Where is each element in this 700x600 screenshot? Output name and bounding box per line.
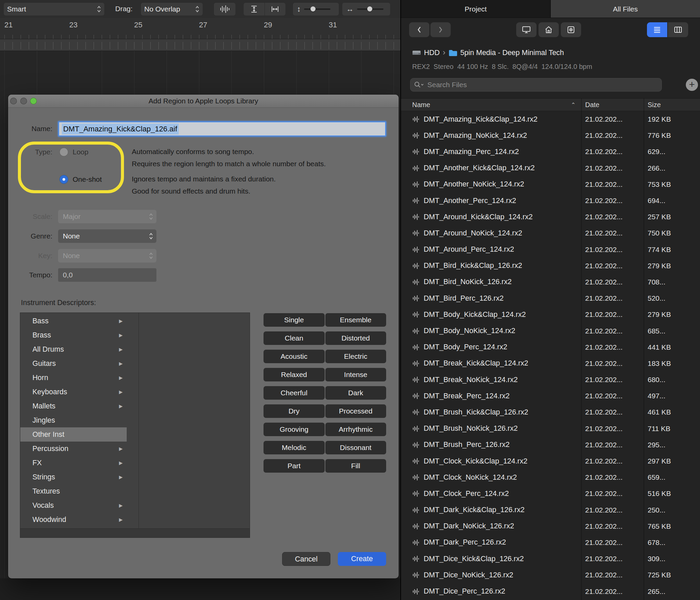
file-row[interactable]: DMT_Dice_Kick&Clap_126.rx221.02.202...30… [401, 551, 700, 567]
computer-location-button[interactable] [516, 22, 536, 37]
descriptor-button[interactable]: Single [264, 313, 325, 327]
dialog-titlebar[interactable]: Add Region to Apple Loops Library [8, 95, 399, 108]
file-row[interactable]: DMT_Dice_NoKick_126.rx221.02.202...725 K… [401, 567, 700, 583]
file-row[interactable]: DMT_Dark_NoKick_126.rx221.02.202...765 K… [401, 518, 700, 534]
vertical-zoom-slider[interactable] [304, 8, 330, 10]
forward-button[interactable] [430, 22, 451, 37]
file-row[interactable]: DMT_Amazing_NoKick_124.rx221.02.202...77… [401, 127, 700, 144]
file-row[interactable]: DMT_Clock_Perc_124.rx221.02.202...516 KB [401, 485, 700, 502]
tool-mode-select[interactable]: Smart [3, 2, 105, 16]
vertical-zoom-control[interactable]: ↕ [293, 2, 339, 16]
ruler-tick-strip[interactable] [0, 39, 400, 51]
category-scrollbar-track[interactable] [20, 528, 250, 538]
file-row[interactable]: DMT_Break_NoKick_124.rx221.02.202...680.… [401, 372, 700, 388]
file-row[interactable]: DMT_Dark_Kick&Clap_126.rx221.02.202...25… [401, 502, 700, 518]
file-row[interactable]: DMT_Clock_NoKick_124.rx221.02.202...659.… [401, 469, 700, 485]
search-input[interactable] [427, 80, 658, 89]
category-item[interactable]: Textures [20, 484, 127, 498]
tab-project[interactable]: Project [401, 0, 551, 18]
category-item[interactable]: All Drums▶ [20, 342, 127, 356]
category-item[interactable]: Vocals▶ [20, 498, 127, 512]
file-row[interactable]: DMT_Dice_Perc_126.rx221.02.202...265... [401, 583, 700, 599]
category-item[interactable]: Keyboards▶ [20, 385, 127, 399]
list-view-button[interactable] [647, 22, 667, 37]
descriptor-button[interactable]: Intense [325, 368, 386, 381]
column-view-button[interactable] [668, 22, 688, 37]
file-row[interactable]: DMT_Brush_Perc_126.rx221.02.202...295... [401, 437, 700, 453]
category-item[interactable]: Percussion▶ [20, 442, 127, 456]
category-item[interactable]: Brass▶ [20, 328, 127, 342]
descriptor-button[interactable]: Dissonant [325, 441, 386, 454]
descriptor-button[interactable]: Electric [325, 350, 386, 363]
file-row[interactable]: DMT_Another_Kick&Clap_124.rx221.02.202..… [401, 160, 700, 176]
column-header-size[interactable]: Size [644, 101, 700, 109]
column-header-date[interactable]: Date [581, 101, 644, 109]
category-item[interactable]: FX▶ [20, 456, 127, 470]
horizontal-zoom-control[interactable]: ↔ [342, 2, 391, 16]
slider-thumb[interactable] [310, 6, 316, 11]
descriptor-button[interactable]: Relaxed [264, 368, 325, 381]
category-item[interactable]: Bass▶ [20, 314, 127, 328]
file-row[interactable]: DMT_Around_NoKick_124.rx221.02.202...750… [401, 225, 700, 241]
descriptor-button[interactable]: Distorted [325, 331, 386, 345]
genre-select[interactable]: None [58, 229, 156, 243]
file-row[interactable]: DMT_Body_Kick&Clap_124.rx221.02.202...27… [401, 306, 700, 323]
file-row[interactable]: DMT_Clock_Kick&Clap_124.rx221.02.202...2… [401, 453, 700, 469]
bar-ruler[interactable]: 212325272931 [0, 18, 400, 39]
vertical-fit-button[interactable] [244, 3, 265, 16]
category-item[interactable]: Guitars▶ [20, 356, 127, 371]
file-row[interactable]: DMT_Bird_Perc_126.rx221.02.202...520... [401, 290, 700, 306]
descriptor-button[interactable]: Arrhythmic [325, 423, 386, 436]
descriptor-button[interactable]: Processed [325, 404, 386, 418]
file-row[interactable]: DMT_Around_Kick&Clap_124.rx221.02.202...… [401, 209, 700, 225]
descriptor-button[interactable]: Melodic [264, 441, 325, 454]
descriptor-button[interactable]: Fill [325, 459, 386, 473]
file-row[interactable]: DMT_Brush_Kick&Clap_126.rx221.02.202...4… [401, 404, 700, 420]
descriptor-button[interactable]: Dry [264, 404, 325, 418]
oneshot-radio[interactable] [59, 175, 68, 184]
tempo-input[interactable]: 0,0 [58, 268, 156, 282]
close-window-button[interactable] [10, 98, 17, 104]
file-row[interactable]: DMT_Around_Perc_124.rx221.02.202...774 K… [401, 242, 700, 258]
category-item[interactable]: Horn▶ [20, 371, 127, 385]
file-row[interactable]: DMT_Bird_NoKick_126.rx221.02.202...708..… [401, 274, 700, 290]
home-location-button[interactable] [539, 22, 559, 37]
search-field[interactable] [410, 78, 662, 92]
file-row[interactable]: DMT_Amazing_Kick&Clap_124.rx221.02.202..… [401, 111, 700, 127]
category-item[interactable]: Other Inst [20, 427, 127, 442]
zoom-window-button[interactable] [30, 98, 37, 104]
file-row[interactable]: DMT_Another_Perc_124.rx221.02.202...694.… [401, 193, 700, 209]
file-row[interactable]: DMT_Break_Perc_124.rx221.02.202...497... [401, 388, 700, 404]
file-row[interactable]: DMT_Break_Kick&Clap_124.rx221.02.202...1… [401, 355, 700, 372]
drag-mode-select[interactable]: No Overlap [141, 2, 203, 16]
waveform-zoom-button[interactable] [214, 2, 236, 16]
horizontal-zoom-slider[interactable] [357, 8, 383, 10]
category-item[interactable]: Mallets▶ [20, 399, 127, 413]
file-row[interactable]: DMT_Brush_NoKick_126.rx221.02.202...711 … [401, 421, 700, 437]
column-header-name[interactable]: Name ⌃ [401, 101, 581, 109]
cancel-button[interactable]: Cancel [282, 552, 330, 566]
back-button[interactable] [409, 22, 429, 37]
breadcrumb-folder[interactable]: 5pin Media - Deep Minimal Tech [460, 49, 564, 57]
loop-radio[interactable] [59, 148, 68, 156]
file-row[interactable]: DMT_Body_Perc_124.rx221.02.202...441 KB [401, 339, 700, 355]
name-input[interactable]: DMT_Amazing_Kick&Clap_126.aif [58, 121, 386, 136]
create-button[interactable]: Create [338, 552, 386, 566]
descriptor-button[interactable]: Ensemble [325, 313, 386, 327]
descriptor-button[interactable]: Acoustic [264, 350, 325, 363]
descriptor-button[interactable]: Cheerful [264, 386, 325, 400]
minimize-window-button[interactable] [20, 98, 27, 104]
file-row[interactable]: DMT_Another_NoKick_124.rx221.02.202...75… [401, 176, 700, 193]
category-item[interactable]: Strings▶ [20, 470, 127, 484]
file-row[interactable]: DMT_Amazing_Perc_124.rx221.02.202...629.… [401, 144, 700, 160]
file-row[interactable]: DMT_Body_NoKick_124.rx221.02.202...685..… [401, 323, 700, 339]
descriptor-button[interactable]: Part [264, 459, 325, 473]
descriptor-button[interactable]: Grooving [264, 423, 325, 436]
file-row[interactable]: DMT_Bird_Kick&Clap_126.rx221.02.202...27… [401, 258, 700, 274]
breadcrumb-drive[interactable]: HDD [424, 49, 440, 57]
category-item[interactable]: Woodwind▶ [20, 512, 127, 527]
media-location-button[interactable] [561, 22, 581, 37]
descriptor-button[interactable]: Dark [325, 386, 386, 400]
add-files-button[interactable]: + [686, 79, 698, 91]
horizontal-fit-button[interactable] [265, 3, 286, 16]
